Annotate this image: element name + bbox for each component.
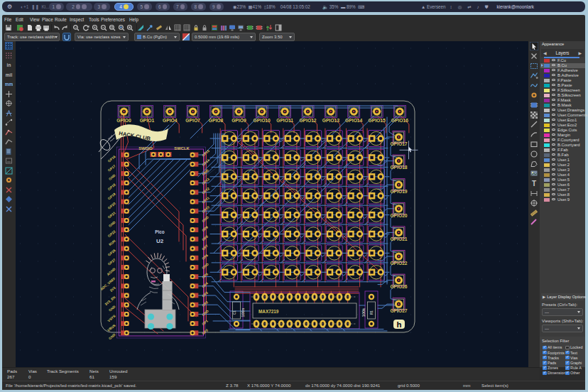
svg-text:in: in bbox=[7, 62, 11, 67]
svg-text:SWDIO: SWDIO bbox=[138, 146, 153, 151]
svg-text:T: T bbox=[532, 180, 536, 187]
svg-text:GPIO19: GPIO19 bbox=[390, 189, 407, 194]
svg-text:GPIO0: GPIO0 bbox=[116, 118, 131, 123]
svg-text:GPIO7: GPIO7 bbox=[185, 118, 200, 123]
svg-text:MAX7219: MAX7219 bbox=[258, 309, 279, 314]
svg-text:R1: R1 bbox=[370, 310, 374, 315]
svg-text:U2: U2 bbox=[156, 238, 164, 244]
svg-text:GPIO4: GPIO4 bbox=[163, 118, 178, 123]
svg-text:GPIO9: GPIO9 bbox=[232, 118, 246, 123]
svg-text:GPIO15: GPIO15 bbox=[369, 118, 386, 123]
svg-text:GPIO21: GPIO21 bbox=[390, 236, 407, 241]
svg-text:GPIO13: GPIO13 bbox=[322, 118, 339, 123]
svg-text:mm: mm bbox=[5, 82, 13, 87]
svg-text:100k: 100k bbox=[361, 307, 366, 317]
svg-text:GPIO22: GPIO22 bbox=[390, 261, 407, 266]
svg-text:GPIO8: GPIO8 bbox=[209, 118, 224, 123]
svg-text:GPIO18: GPIO18 bbox=[390, 165, 407, 170]
svg-text:mil: mil bbox=[6, 72, 13, 77]
svg-text:h: h bbox=[396, 320, 401, 329]
svg-text:Pico: Pico bbox=[155, 229, 165, 234]
svg-text:GPIO12: GPIO12 bbox=[299, 118, 316, 123]
svg-text:GPIO1: GPIO1 bbox=[140, 118, 155, 123]
svg-text:100n: 100n bbox=[241, 307, 245, 317]
svg-text:C1: C1 bbox=[233, 310, 236, 315]
svg-text:GPIO20: GPIO20 bbox=[390, 213, 407, 218]
svg-text:GPIO16: GPIO16 bbox=[391, 118, 408, 123]
svg-text:GPIO10: GPIO10 bbox=[254, 118, 271, 123]
svg-text:SWCLK: SWCLK bbox=[174, 146, 190, 151]
svg-text:GPIO27: GPIO27 bbox=[390, 308, 407, 313]
svg-text:GPIO26: GPIO26 bbox=[390, 284, 407, 289]
svg-text:GPIO14: GPIO14 bbox=[345, 118, 362, 123]
svg-text:GPIO11: GPIO11 bbox=[276, 118, 293, 123]
svg-text:GPIO17: GPIO17 bbox=[390, 141, 407, 146]
